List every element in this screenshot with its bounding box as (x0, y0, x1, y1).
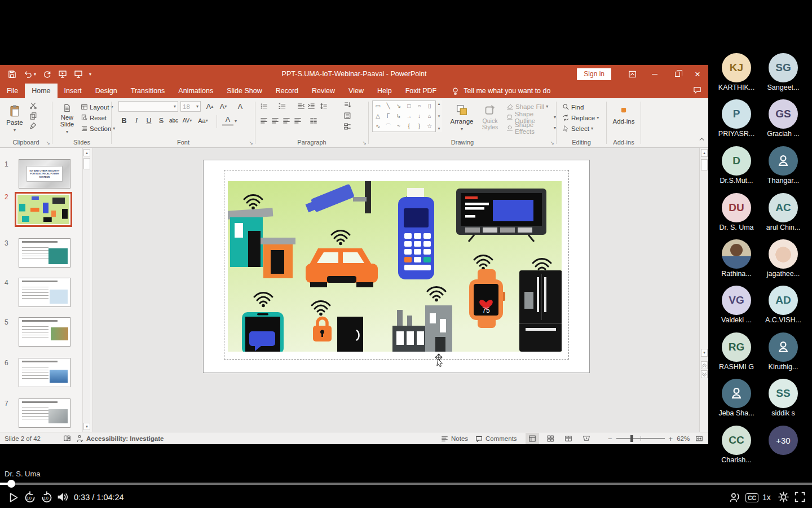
strikethrough-button[interactable]: S (156, 115, 167, 126)
shapes-more-icon[interactable]: ▾ (438, 126, 440, 131)
editor-scroll-down-button[interactable]: ▾ (701, 349, 708, 357)
shape-line-icon[interactable]: ╲ (386, 103, 390, 109)
participant-tile[interactable]: RG RASHMI G (713, 332, 760, 371)
cut-button[interactable] (29, 102, 37, 110)
zoom-in-button[interactable]: + (669, 435, 673, 443)
slide-number-indicator[interactable]: Slide 2 of 42 (5, 435, 41, 442)
tab-review[interactable]: Review (305, 84, 342, 98)
closed-captions-button[interactable]: CC (745, 493, 758, 502)
shape-star-icon[interactable]: ☆ (427, 124, 432, 129)
ribbon-display-options-button[interactable] (624, 65, 641, 84)
thumb-scrollbar-thumb[interactable] (83, 158, 90, 169)
zoom-slider[interactable] (616, 438, 665, 439)
line-spacing-button[interactable] (320, 102, 328, 110)
notes-button[interactable]: Notes (441, 432, 468, 444)
slide-show-button[interactable] (580, 433, 593, 444)
participant-tile[interactable]: CC Charish... (713, 426, 760, 464)
thumb-scroll-down-button[interactable]: ▾ (83, 423, 90, 430)
tab-help[interactable]: Help (370, 84, 399, 98)
participant-tile[interactable]: D Dr.S.Mut... (713, 146, 760, 185)
fit-slide-to-window-button[interactable] (694, 433, 705, 444)
tell-me-box[interactable]: Tell me what you want to do (451, 84, 550, 98)
minimize-button[interactable] (646, 65, 663, 84)
slide-thumbnail-3[interactable] (19, 238, 70, 268)
align-text-button[interactable] (343, 112, 351, 120)
comments-button[interactable]: Comments (475, 432, 517, 444)
section-button[interactable]: Section ▾ (81, 123, 115, 134)
slide-canvas[interactable]: 75 (203, 160, 590, 373)
drawing-dialog-launcher[interactable]: ↘ (550, 140, 554, 146)
shape-triangle-icon[interactable]: △ (376, 113, 380, 119)
close-button[interactable]: × (689, 65, 706, 84)
slide-thumbnail-1[interactable]: IOT AND CYBER SECURITY FOR ELECTRICAL PO… (19, 159, 70, 189)
convert-smartart-button[interactable] (343, 122, 351, 130)
font-name-combobox[interactable]: ▾ (118, 101, 178, 112)
restore-button[interactable] (669, 65, 686, 84)
participant-tile[interactable]: DU Dr. S. Uma (713, 193, 760, 231)
bullets-button[interactable] (260, 102, 268, 110)
slide-thumbnail-5[interactable] (19, 317, 70, 347)
shapes-gallery[interactable]: ▭ ╲ ↘ □ ○ ▯ △ Γ ↳ → ↓ ⌂ ∿ ⌒ ~ { } (372, 100, 435, 132)
copy-button[interactable] (29, 112, 37, 120)
tab-animations[interactable]: Animations (171, 84, 220, 98)
participant-tile[interactable]: GS Graciah ... (760, 99, 807, 138)
align-left-button[interactable] (260, 117, 268, 125)
normal-view-button[interactable] (526, 433, 539, 444)
collapse-ribbon-button[interactable] (698, 135, 705, 143)
align-center-button[interactable] (271, 117, 279, 125)
tab-view[interactable]: View (342, 84, 370, 98)
editor-scrollbar[interactable]: ▴ ▾ (699, 148, 708, 432)
italic-button[interactable]: I (131, 115, 142, 126)
audio-description-button[interactable] (729, 491, 741, 503)
tab-foxit-pdf[interactable]: Foxit PDF (399, 84, 444, 98)
justify-button[interactable] (294, 117, 302, 125)
columns-button[interactable] (310, 117, 317, 125)
font-color-button[interactable]: A (222, 115, 233, 126)
participant-tile[interactable]: KJ KARTHIK... (713, 53, 760, 91)
play-button[interactable] (8, 492, 20, 503)
clear-formatting-button[interactable]: A (235, 101, 246, 112)
shape-curve-icon[interactable]: ~ (397, 124, 400, 129)
grow-font-button[interactable]: A▴ (204, 101, 215, 112)
shapes-scroll-down-icon[interactable]: ▾ (438, 114, 440, 119)
fullscreen-button[interactable] (794, 491, 806, 503)
slide-image-iot-graphic[interactable]: 75 (228, 181, 562, 352)
participant-overflow-tile[interactable]: +30 (760, 426, 807, 455)
participant-tile[interactable]: Rathina... (713, 239, 760, 278)
zoom-level[interactable]: 62% (677, 435, 690, 442)
font-size-combobox[interactable]: 18 ▾ (180, 101, 201, 112)
slide-thumbnail-2-selected[interactable] (15, 192, 72, 227)
sign-in-button[interactable]: Sign in (577, 68, 611, 80)
tab-record[interactable]: Record (269, 84, 305, 98)
align-right-button[interactable] (283, 117, 290, 125)
tab-file[interactable]: File (0, 84, 25, 98)
thumbnail-scrollbar[interactable]: ▴ ▾ (82, 148, 90, 432)
shrink-font-button[interactable]: A▾ (218, 101, 229, 112)
paste-button[interactable]: Paste ▾ (3, 99, 26, 134)
addins-button[interactable]: Add-ins (610, 99, 637, 134)
slide-thumbnail-6[interactable] (19, 358, 70, 387)
settings-button[interactable] (778, 491, 789, 503)
shape-right-brace-icon[interactable]: } (418, 124, 420, 129)
shape-left-brace-icon[interactable]: { (408, 124, 409, 129)
shape-down-arrow-icon[interactable]: ↓ (418, 113, 421, 119)
slide-thumbnail-4[interactable] (19, 278, 70, 307)
slide-thumbnail-7[interactable] (19, 398, 70, 428)
tab-transitions[interactable]: Transitions (124, 84, 172, 98)
participant-tile[interactable]: SG Sangeet... (760, 53, 807, 91)
participant-tile[interactable]: jagathee... (760, 239, 807, 278)
shape-arrow-icon[interactable]: ↘ (396, 103, 401, 109)
shape-rounded-rect-icon[interactable]: ▯ (428, 103, 431, 109)
tab-slide-show[interactable]: Slide Show (220, 84, 269, 98)
text-shadow-button[interactable]: abc (168, 115, 179, 126)
clipboard-dialog-launcher[interactable]: ↘ (46, 140, 50, 146)
layout-button[interactable]: Layout ▾ (81, 102, 113, 112)
shape-right-arrow-icon[interactable]: → (406, 113, 412, 119)
tab-design[interactable]: Design (89, 84, 124, 98)
participant-tile[interactable]: SS siddik s (760, 379, 807, 417)
change-case-button[interactable]: Aa▾ (197, 115, 209, 126)
participant-tile[interactable]: Jeba Sha... (713, 379, 760, 417)
paragraph-dialog-launcher[interactable]: ↘ (362, 140, 367, 146)
decrease-indent-button[interactable] (297, 102, 305, 110)
participant-tile[interactable]: AC arul Chin... (760, 193, 807, 231)
